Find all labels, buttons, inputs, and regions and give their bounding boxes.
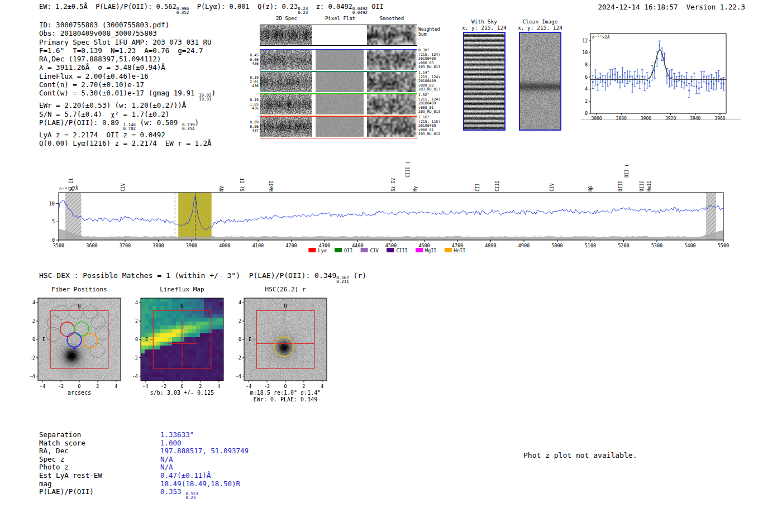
timestamp-version: 2024-12-14 16:18:57 Version 1.22.3 — [598, 3, 745, 11]
fiber-pixel-flat-image — [316, 117, 364, 137]
spec2d-fiber-row — [260, 94, 417, 116]
extraction-box — [256, 310, 314, 368]
text-segment: ) — [212, 89, 216, 97]
hsc-cutout-panel: HSC(26.2) r -4-4-2-2002244NE m:18.5 re:1… — [227, 286, 328, 403]
weighted-smoothed-image — [367, 25, 416, 45]
spec2d-col-title: Smoothed — [368, 16, 416, 21]
text-segment: Primary Spec_Slot_IFU_AMP: 203_073_031_R… — [39, 38, 212, 46]
svg-text:CIV: CIV — [550, 183, 555, 191]
table-row: Match score1.000 — [39, 439, 249, 447]
text-segment: EW: 1.2±0.5Å P(LAE)/P(OII): 0.562 — [39, 3, 177, 11]
uncertainty-range: 0.7390.354 — [182, 123, 195, 131]
table-row: Photo zN/A — [39, 463, 249, 471]
fiber-smoothed-image — [367, 117, 416, 137]
table-row-value: 197.888517, 51.093749 — [160, 447, 249, 455]
info-line: Primary Spec_Slot_IFU_AMP: 203_073_031_R… — [39, 38, 216, 46]
spec2d-col-title: 2D Spec — [261, 16, 312, 21]
legend: LyαOIICIVCIIIMgIIHeII — [308, 248, 465, 253]
svg-text:-4: -4 — [142, 384, 148, 389]
fiber-positions-xlabel: arcsecs — [21, 390, 122, 396]
text-segment: Cont(w) = 5.30(±0.01)e-17 (gmag 19.91 — [39, 89, 199, 97]
text-segment: Q(0.00) Lyα(1216) z = 2.2174 EW r = 1.2Å — [39, 139, 212, 147]
svg-text:4400: 4400 — [352, 243, 363, 248]
fiber-2d-spec-image — [260, 117, 312, 137]
clean-image — [519, 32, 561, 131]
emission-line-labels: Si IICIVNVSi IIHeIISi IVCIII (HγCIICIIIC… — [69, 161, 652, 191]
table-row-value: 0.47(±0.11)Å — [160, 471, 211, 480]
svg-text:-4: -4 — [246, 384, 251, 389]
svg-text:4: 4 — [239, 300, 241, 305]
fiber-row-weights: 0.45 0.56 436 — [246, 54, 259, 66]
gaussian-fit-line — [590, 50, 726, 79]
svg-text:CIII (: CIII ( — [406, 161, 411, 178]
svg-text:-4: -4 — [236, 373, 241, 379]
svg-text:Lyα: Lyα — [318, 248, 326, 253]
text-segment: OII — [368, 3, 384, 11]
text-segment: P(Lyα): 0.001 Q(z): 0.23 — [189, 3, 298, 11]
svg-text:OII (: OII ( — [624, 164, 630, 178]
table-row-label: P(LAE)/P(OII) — [39, 487, 160, 496]
uncertainty-range: 0.9960.352 — [177, 7, 189, 15]
svg-text:HeII: HeII — [647, 181, 652, 191]
info-line: LineFlux = 2.00(±0.46)e-16 — [39, 72, 216, 80]
svg-text:3900: 3900 — [641, 116, 651, 121]
svg-text:NV: NV — [220, 186, 225, 191]
table-row-label: Est LyA rest-EW — [39, 471, 160, 480]
svg-text:3920: 3920 — [665, 116, 676, 121]
svg-text:2: 2 — [32, 318, 35, 324]
svg-text:-4: -4 — [132, 373, 138, 379]
fiber-row-weights: 0.19 1.85 436 — [246, 98, 259, 111]
svg-text:3860: 3860 — [591, 116, 602, 121]
svg-text:-2: -2 — [236, 355, 241, 361]
text-segment: λ = 3911.26Å σ = 3.48(±0.94)Å — [39, 63, 165, 71]
svg-text:3880: 3880 — [616, 116, 627, 121]
text-segment: Obs: 20180409v008_3000755803 — [39, 29, 157, 37]
spec2d-fiber-row — [260, 49, 417, 71]
with-sky-xy: x, y: 215, 124 — [459, 25, 509, 31]
hsc-cutout-axes: -4-4-2-2002244NE — [227, 295, 328, 390]
line-fit-plot: 386038803900392039403960024681012e⁻¹⁷x2Å — [580, 27, 742, 124]
uncertainty-range: 0.5530.23 — [185, 492, 198, 500]
svg-text:HeII: HeII — [454, 248, 465, 253]
table-row-value: 0.353 0.5530.23 — [160, 487, 198, 496]
info-line: LyA z = 2.2174 OII z = 0.0492 — [39, 131, 216, 139]
match-table: Separation1.33633"Match score1.000RA, De… — [39, 430, 249, 496]
svg-text:5000: 5000 — [551, 243, 562, 248]
line-highlight-band — [178, 193, 212, 240]
elixer-detection-report: EW: 1.2±0.5Å P(LAE)/P(OII): 0.5620.9960.… — [0, 0, 782, 532]
spec2d-fiber-row — [260, 116, 417, 138]
lineflux-map-panel: Lineflux Map -4-4-2-2002244NE s/b: 3.03 … — [124, 286, 225, 396]
svg-text:5: 5 — [52, 219, 55, 224]
svg-text:0: 0 — [32, 337, 35, 342]
text-segment: S/N = 5.7(±0.4) χ² = 1.7(±0.2) — [39, 110, 169, 118]
clean-image-title: Clean Image — [515, 18, 565, 25]
plot-frame — [59, 193, 723, 240]
clean-image-xy: x, y: 215, 124 — [515, 25, 565, 31]
uncertainty-range: 19.9219.91 — [199, 93, 212, 101]
fiber-smoothed-image — [367, 72, 416, 92]
compass-north-label: N — [284, 303, 287, 309]
svg-text:0: 0 — [239, 337, 241, 342]
spec2d-col-title: Pixel Flat — [316, 16, 364, 21]
table-row: Separation1.33633" — [39, 430, 249, 439]
svg-text:2: 2 — [199, 384, 202, 389]
uncertainty-range: 0.04920.0492 — [352, 7, 368, 15]
full-spectrum-plot: 3500360037003800390040004100420043004400… — [34, 152, 743, 261]
photz-note: Phot z plot not available. — [523, 451, 637, 459]
with-sky-image — [463, 32, 506, 131]
svg-text:2: 2 — [239, 318, 241, 324]
spectrum-line — [59, 196, 723, 230]
text-segment: Cont(n) = 2.70(±0.10)e-17 — [39, 80, 144, 89]
table-row: P(LAE)/P(OII)0.353 0.5530.23 — [39, 487, 249, 496]
error-spectrum-fill — [59, 228, 723, 240]
svg-text:0: 0 — [78, 384, 80, 389]
table-row-label: Photo z — [39, 463, 160, 471]
svg-text:5100: 5100 — [585, 243, 596, 248]
fiber-2d-spec-image — [260, 50, 312, 70]
text-segment: (w: 0.509 — [136, 118, 182, 127]
info-line: F=1.6" T=0.139 N=1.23 A=0.76 g=24.7 — [39, 46, 216, 55]
uncertainty-range: 0.230.23 — [298, 7, 308, 15]
compass-east-label: E — [42, 337, 45, 342]
svg-text:CIII: CIII — [495, 181, 500, 191]
uncertainty-range: 1.1460.702 — [123, 123, 136, 131]
